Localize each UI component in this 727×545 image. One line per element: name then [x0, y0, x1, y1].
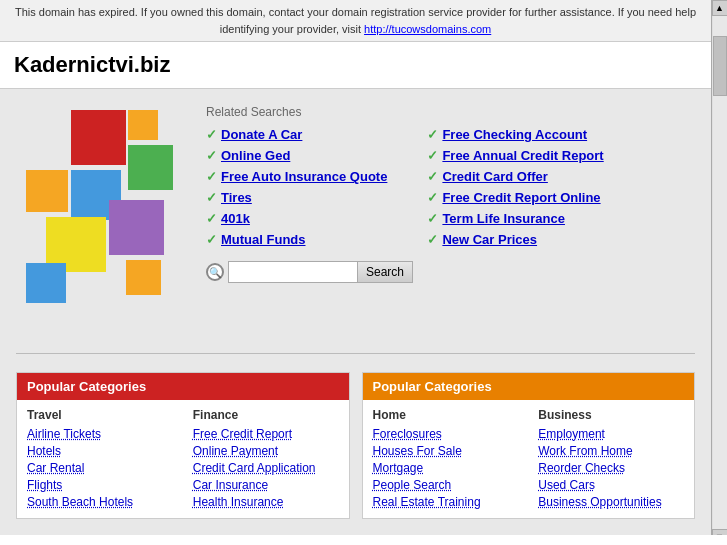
search-item: ✓Free Auto Insurance Quote: [206, 169, 387, 184]
cat-link[interactable]: People Search: [373, 478, 519, 492]
search-item: ✓New Car Prices: [427, 232, 603, 247]
checkmark: ✓: [206, 127, 217, 142]
search-link[interactable]: 401k: [221, 211, 250, 226]
search-link[interactable]: Free Credit Report Online: [442, 190, 600, 205]
cat-link[interactable]: Employment: [538, 427, 684, 441]
cat-content: HomeForeclosuresHouses For SaleMortgageP…: [363, 400, 695, 518]
checkmark: ✓: [427, 190, 438, 205]
logo-block: [128, 145, 173, 190]
scroll-thumb[interactable]: [713, 36, 727, 96]
checkmark: ✓: [427, 148, 438, 163]
logo-block: [128, 110, 158, 140]
cat-link[interactable]: Health Insurance: [193, 495, 339, 509]
cat-col-title: Business: [538, 408, 684, 422]
checkmark: ✓: [427, 211, 438, 226]
cat-link[interactable]: Work From Home: [538, 444, 684, 458]
checkmark: ✓: [427, 127, 438, 142]
cat-link[interactable]: Free Credit Report: [193, 427, 339, 441]
scroll-down-arrow[interactable]: ▼: [712, 529, 728, 535]
search-box-row: 🔍 Search: [206, 261, 695, 283]
categories-section: Popular CategoriesTravelAirline TicketsH…: [16, 372, 695, 519]
search-link[interactable]: New Car Prices: [442, 232, 537, 247]
search-section: Related Searches ✓Donate A Car✓Online Ge…: [16, 105, 695, 335]
scroll-track: [713, 16, 727, 529]
search-item: ✓401k: [206, 211, 387, 226]
search-area: Related Searches ✓Donate A Car✓Online Ge…: [206, 105, 695, 283]
search-links: ✓Donate A Car✓Online Ged✓Free Auto Insur…: [206, 127, 695, 247]
logo-block: [26, 263, 66, 303]
search-link[interactable]: Free Auto Insurance Quote: [221, 169, 387, 184]
search-link[interactable]: Term Life Insurance: [442, 211, 565, 226]
search-link[interactable]: Online Ged: [221, 148, 290, 163]
search-item: ✓Term Life Insurance: [427, 211, 603, 226]
search-item: ✓Donate A Car: [206, 127, 387, 142]
cat-col-title: Home: [373, 408, 519, 422]
checkmark: ✓: [427, 232, 438, 247]
search-item: ✓Online Ged: [206, 148, 387, 163]
cat-link[interactable]: South Beach Hotels: [27, 495, 173, 509]
cat-link[interactable]: Used Cars: [538, 478, 684, 492]
cat-col-title: Finance: [193, 408, 339, 422]
cat-col: TravelAirline TicketsHotelsCar RentalFli…: [27, 408, 173, 510]
search-link[interactable]: Free Annual Credit Report: [442, 148, 603, 163]
search-item: ✓Free Annual Credit Report: [427, 148, 603, 163]
checkmark: ✓: [206, 211, 217, 226]
related-searches-label: Related Searches: [206, 105, 695, 119]
cat-header: Popular Categories: [17, 373, 349, 400]
notice-text: This domain has expired. If you owned th…: [15, 6, 696, 35]
divider: [16, 353, 695, 354]
checkmark: ✓: [206, 232, 217, 247]
search-item: ✓Free Checking Account: [427, 127, 603, 142]
search-button[interactable]: Search: [358, 261, 413, 283]
notice-link[interactable]: http://tucowsdomains.com: [364, 23, 491, 35]
cat-link[interactable]: Real Estate Training: [373, 495, 519, 509]
logo: [16, 105, 186, 325]
checkmark: ✓: [206, 148, 217, 163]
top-notice: This domain has expired. If you owned th…: [0, 0, 711, 42]
search-col-right: ✓Free Checking Account✓Free Annual Credi…: [427, 127, 603, 247]
search-item: ✓Credit Card Offer: [427, 169, 603, 184]
site-title: Kadernictvi.biz: [0, 42, 711, 89]
cat-col: FinanceFree Credit ReportOnline PaymentC…: [193, 408, 339, 510]
search-col-left: ✓Donate A Car✓Online Ged✓Free Auto Insur…: [206, 127, 387, 247]
cat-header: Popular Categories: [363, 373, 695, 400]
logo-block: [126, 260, 161, 295]
cat-link[interactable]: Online Payment: [193, 444, 339, 458]
logo-block: [109, 200, 164, 255]
scroll-up-arrow[interactable]: ▲: [712, 0, 728, 16]
checkmark: ✓: [427, 169, 438, 184]
logo-block: [26, 170, 68, 212]
cat-link[interactable]: Car Insurance: [193, 478, 339, 492]
cat-box-left: Popular CategoriesTravelAirline TicketsH…: [16, 372, 350, 519]
cat-link[interactable]: Flights: [27, 478, 173, 492]
cat-link[interactable]: Car Rental: [27, 461, 173, 475]
search-link[interactable]: Credit Card Offer: [442, 169, 547, 184]
cat-link[interactable]: Credit Card Application: [193, 461, 339, 475]
search-link[interactable]: Tires: [221, 190, 252, 205]
cat-link[interactable]: Houses For Sale: [373, 444, 519, 458]
cat-link[interactable]: Foreclosures: [373, 427, 519, 441]
cat-col: BusinessEmploymentWork From HomeReorder …: [538, 408, 684, 510]
cat-link[interactable]: Hotels: [27, 444, 173, 458]
search-icon: 🔍: [206, 263, 224, 281]
cat-link[interactable]: Airline Tickets: [27, 427, 173, 441]
logo-block: [71, 110, 126, 165]
cat-content: TravelAirline TicketsHotelsCar RentalFli…: [17, 400, 349, 518]
main-area: Related Searches ✓Donate A Car✓Online Ge…: [0, 89, 711, 535]
search-item: ✓Free Credit Report Online: [427, 190, 603, 205]
search-link[interactable]: Mutual Funds: [221, 232, 306, 247]
cat-link[interactable]: Mortgage: [373, 461, 519, 475]
checkmark: ✓: [206, 190, 217, 205]
checkmark: ✓: [206, 169, 217, 184]
search-item: ✓Mutual Funds: [206, 232, 387, 247]
search-link[interactable]: Free Checking Account: [442, 127, 587, 142]
cat-box-right: Popular CategoriesHomeForeclosuresHouses…: [362, 372, 696, 519]
search-item: ✓Tires: [206, 190, 387, 205]
cat-col: HomeForeclosuresHouses For SaleMortgageP…: [373, 408, 519, 510]
search-input[interactable]: [228, 261, 358, 283]
cat-link[interactable]: Business Opportunities: [538, 495, 684, 509]
search-link[interactable]: Donate A Car: [221, 127, 302, 142]
cat-link[interactable]: Reorder Checks: [538, 461, 684, 475]
scrollbar: ▲ ▼: [711, 0, 727, 535]
cat-col-title: Travel: [27, 408, 173, 422]
